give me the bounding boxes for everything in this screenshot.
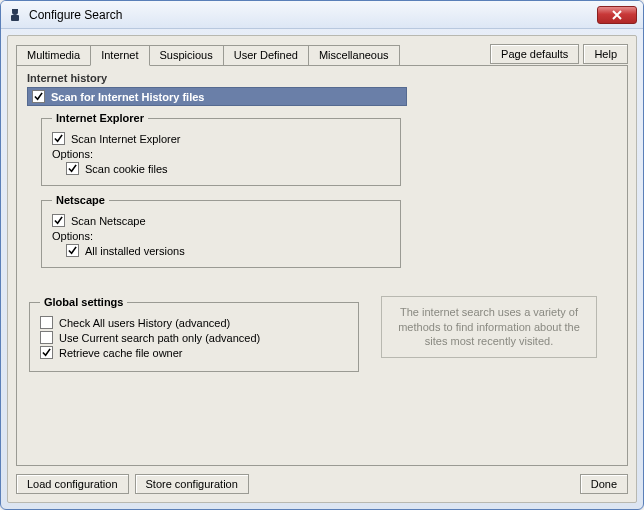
- tab-panel: Internet history Scan for Internet Histo…: [16, 65, 628, 466]
- top-row: MultimediaInternetSuspiciousUser Defined…: [16, 44, 628, 65]
- netscape-scan-row[interactable]: Scan Netscape: [52, 214, 390, 227]
- load-config-button[interactable]: Load configuration: [16, 474, 129, 494]
- global-checkall-checkbox[interactable]: [40, 316, 53, 329]
- global-group: Global settings Check All users History …: [29, 296, 359, 372]
- ie-options-label: Options:: [52, 148, 390, 160]
- global-usecurrent-row[interactable]: Use Current search path only (advanced): [40, 331, 348, 344]
- ie-cookie-checkbox[interactable]: [66, 162, 79, 175]
- netscape-group: Netscape Scan Netscape Options: All inst…: [41, 194, 401, 268]
- global-usecurrent-label: Use Current search path only (advanced): [59, 332, 260, 344]
- tab-miscellaneous[interactable]: Miscellaneous: [308, 45, 400, 66]
- done-button[interactable]: Done: [580, 474, 628, 494]
- ie-scan-label: Scan Internet Explorer: [71, 133, 180, 145]
- tab-internet[interactable]: Internet: [90, 45, 149, 66]
- page-defaults-button[interactable]: Page defaults: [490, 44, 579, 64]
- global-wrap: Global settings Check All users History …: [27, 296, 617, 372]
- info-box: The internet search uses a variety of me…: [381, 296, 597, 358]
- window-title: Configure Search: [29, 8, 597, 22]
- netscape-legend: Netscape: [52, 194, 109, 206]
- ie-scan-row[interactable]: Scan Internet Explorer: [52, 132, 390, 145]
- section-title: Internet history: [27, 72, 617, 84]
- netscape-all-label: All installed versions: [85, 245, 185, 257]
- tab-multimedia[interactable]: Multimedia: [16, 45, 91, 66]
- scan-history-checkbox[interactable]: [32, 90, 45, 103]
- netscape-all-row[interactable]: All installed versions: [66, 244, 390, 257]
- netscape-options-label: Options:: [52, 230, 390, 242]
- dialog-window: Configure Search MultimediaInternetSuspi…: [0, 0, 644, 510]
- tab-strip: MultimediaInternetSuspiciousUser Defined…: [16, 44, 399, 65]
- global-retrieve-row[interactable]: Retrieve cache file owner: [40, 346, 348, 359]
- titlebar: Configure Search: [1, 1, 643, 29]
- client-area: MultimediaInternetSuspiciousUser Defined…: [7, 35, 637, 503]
- ie-cookie-row[interactable]: Scan cookie files: [66, 162, 390, 175]
- netscape-scan-label: Scan Netscape: [71, 215, 146, 227]
- ie-group: Internet Explorer Scan Internet Explorer…: [41, 112, 401, 186]
- tab-user-defined[interactable]: User Defined: [223, 45, 309, 66]
- global-usecurrent-checkbox[interactable]: [40, 331, 53, 344]
- tab-suspicious[interactable]: Suspicious: [149, 45, 224, 66]
- global-legend: Global settings: [40, 296, 127, 308]
- global-retrieve-label: Retrieve cache file owner: [59, 347, 183, 359]
- ie-legend: Internet Explorer: [52, 112, 148, 124]
- netscape-all-checkbox[interactable]: [66, 244, 79, 257]
- help-button[interactable]: Help: [583, 44, 628, 64]
- global-checkall-label: Check All users History (advanced): [59, 317, 230, 329]
- bottom-bar: Load configuration Store configuration D…: [16, 474, 628, 494]
- scan-history-row[interactable]: Scan for Internet History files: [27, 87, 407, 106]
- global-checkall-row[interactable]: Check All users History (advanced): [40, 316, 348, 329]
- global-retrieve-checkbox[interactable]: [40, 346, 53, 359]
- ie-cookie-label: Scan cookie files: [85, 163, 168, 175]
- svg-rect-2: [12, 9, 18, 11]
- svg-rect-1: [11, 15, 19, 21]
- ie-scan-checkbox[interactable]: [52, 132, 65, 145]
- app-icon: [7, 7, 23, 23]
- top-buttons: Page defaults Help: [490, 44, 628, 64]
- scan-history-label: Scan for Internet History files: [51, 91, 204, 103]
- close-icon: [612, 10, 622, 20]
- close-button[interactable]: [597, 6, 637, 24]
- netscape-scan-checkbox[interactable]: [52, 214, 65, 227]
- store-config-button[interactable]: Store configuration: [135, 474, 249, 494]
- info-text: The internet search uses a variety of me…: [390, 305, 588, 350]
